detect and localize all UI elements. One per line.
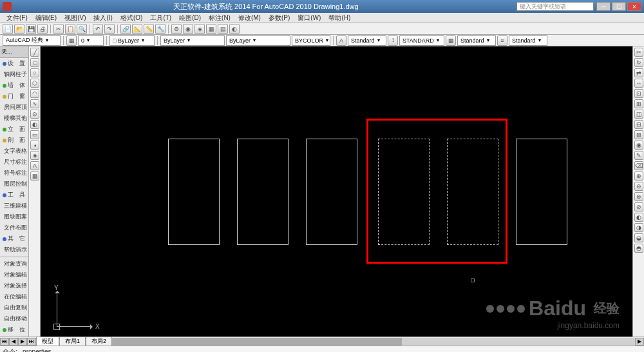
- toolbar-btn-2[interactable]: 💾: [26, 24, 36, 34]
- close-button[interactable]: ×: [627, 2, 641, 11]
- tab-first-button[interactable]: ⏮: [0, 338, 9, 346]
- modify-tool-11[interactable]: ⌫: [634, 161, 643, 170]
- draw-tool-9[interactable]: ⬧: [30, 141, 39, 150]
- modify-tool-8[interactable]: ⊠: [634, 130, 643, 139]
- menu-item-3[interactable]: 插入(I): [90, 14, 116, 23]
- menu-item-0[interactable]: 文件(F): [3, 14, 32, 23]
- layout-tab-0[interactable]: 模型: [36, 337, 59, 346]
- modify-tool-15[interactable]: ⊘: [634, 202, 643, 211]
- dimstyle-button[interactable]: ⟟: [388, 35, 398, 46]
- toolbar-btn-18[interactable]: ◐: [229, 24, 240, 34]
- modify-tool-9[interactable]: ◉: [634, 141, 643, 150]
- toolbar-btn-0[interactable]: 📄: [3, 24, 13, 34]
- menu-item-9[interactable]: 参数(P): [265, 14, 294, 23]
- panel-item-3[interactable]: 门 窗: [0, 91, 28, 102]
- draw-tool-1[interactable]: ◻: [30, 58, 39, 67]
- menu-item-8[interactable]: 修改(M): [234, 14, 265, 23]
- toolbar-btn-16[interactable]: ▦: [206, 24, 216, 34]
- color-dropdown[interactable]: □ ByLayer: [109, 35, 155, 46]
- linetype-dropdown[interactable]: ByLayer: [160, 35, 225, 46]
- menu-item-7[interactable]: 标注(N): [205, 14, 234, 23]
- panel-item-1[interactable]: 轴网柱子: [0, 69, 28, 80]
- panel-item2-2[interactable]: 对象选择: [0, 280, 28, 291]
- tab-next-button[interactable]: ▶: [18, 338, 27, 346]
- command-line[interactable]: 命令: _properties 命令: 指定对角点: *取消* 命令:: [0, 346, 644, 352]
- panel-item-7[interactable]: 剖 面: [0, 135, 28, 146]
- panel-item2-7[interactable]: 自由粘贴: [0, 335, 28, 337]
- modify-tool-16[interactable]: ◐: [634, 213, 643, 222]
- textstyle-button[interactable]: A: [336, 35, 346, 46]
- layout-tab-1[interactable]: 布局1: [59, 337, 86, 346]
- panel-item-6[interactable]: 立 面: [0, 124, 28, 135]
- panel-item-12[interactable]: 工 具: [0, 190, 28, 200]
- panel-item-2[interactable]: 墙 体: [0, 80, 28, 91]
- toolbar-btn-12[interactable]: 🔧: [155, 24, 166, 34]
- panel-item-16[interactable]: 其 它: [0, 233, 28, 244]
- workspace-dropdown[interactable]: AutoCAD 经典: [3, 35, 61, 46]
- menu-item-4[interactable]: 格式(O): [117, 14, 146, 23]
- minimize-button[interactable]: ─: [596, 2, 611, 11]
- modify-tool-10[interactable]: ✎: [634, 151, 643, 160]
- panel-item-13[interactable]: 三维建模: [0, 200, 28, 211]
- draw-tool-3[interactable]: ⬡: [30, 79, 39, 88]
- draw-tool-12[interactable]: ▦: [30, 171, 39, 181]
- menu-item-10[interactable]: 窗口(W): [294, 14, 325, 23]
- help-search-input[interactable]: 键入关键字或短语: [516, 2, 594, 11]
- panel-item-9[interactable]: 尺寸标注: [0, 157, 28, 168]
- panel-item-15[interactable]: 文件布图: [0, 222, 28, 233]
- modify-tool-0[interactable]: ✂: [634, 48, 643, 57]
- modify-tool-7[interactable]: ⊟: [634, 120, 643, 129]
- panel-item-14[interactable]: 图块图案: [0, 211, 28, 222]
- modify-tool-3[interactable]: ↔: [634, 79, 643, 88]
- draw-tool-6[interactable]: ⊙: [30, 110, 39, 119]
- toolbar-btn-13[interactable]: ⚙: [171, 24, 182, 34]
- draw-tool-5[interactable]: ∿: [30, 99, 39, 108]
- panel-item2-4[interactable]: 自由复制: [0, 302, 28, 313]
- modify-tool-5[interactable]: ⊞: [634, 99, 643, 108]
- layer-dropdown[interactable]: 0: [78, 35, 104, 46]
- mlstyle-button[interactable]: ≡: [497, 35, 507, 46]
- modify-tool-1[interactable]: ↻: [634, 58, 643, 67]
- toolbar-btn-3[interactable]: 🖨: [37, 24, 48, 34]
- tablestyle-button[interactable]: ▦: [446, 35, 456, 46]
- modify-tool-2[interactable]: ⇄: [634, 68, 643, 77]
- menu-item-11[interactable]: 帮助(H): [325, 14, 354, 23]
- draw-tool-0[interactable]: ╱: [30, 48, 39, 57]
- tab-last-button[interactable]: ⏭: [27, 338, 36, 346]
- toolbar-btn-5[interactable]: 📋: [65, 24, 75, 34]
- panel-item-8[interactable]: 文字表格: [0, 146, 28, 157]
- panel-item2-6[interactable]: 移 位: [0, 324, 28, 335]
- modify-tool-12[interactable]: ⊕: [634, 171, 643, 181]
- modify-tool-13[interactable]: ⊖: [634, 182, 643, 191]
- hscroll-right-button[interactable]: ▶: [635, 338, 644, 346]
- modify-tool-17[interactable]: ◑: [634, 223, 643, 232]
- toolbar-btn-10[interactable]: 📐: [132, 24, 142, 34]
- mlstyle-dropdown[interactable]: Standard: [509, 35, 547, 46]
- modify-tool-19[interactable]: ◓: [634, 244, 643, 253]
- panel-item-5[interactable]: 楼梯其他: [0, 113, 28, 124]
- modify-tool-14[interactable]: ⊗: [634, 192, 643, 201]
- lineweight-dropdown[interactable]: ByLayer: [226, 35, 290, 46]
- toolbar-btn-14[interactable]: ◉: [183, 24, 193, 34]
- hscroll-track[interactable]: [112, 338, 635, 346]
- tablestyle-dropdown[interactable]: Standard: [457, 35, 496, 46]
- tab-prev-button[interactable]: ◀: [9, 338, 18, 346]
- hscroll-thumb[interactable]: [112, 338, 402, 346]
- toolbar-btn-4[interactable]: ✂: [53, 24, 64, 34]
- panel-item-4[interactable]: 房间屋顶: [0, 102, 28, 113]
- menu-item-6[interactable]: 绘图(D): [175, 14, 205, 23]
- maximize-button[interactable]: ☐: [612, 2, 626, 11]
- plotstyle-dropdown[interactable]: BYCOLOR: [292, 35, 330, 46]
- panel-item2-5[interactable]: 自由移动: [0, 313, 28, 324]
- toolbar-btn-11[interactable]: 📏: [144, 24, 154, 34]
- draw-tool-7[interactable]: ◐: [30, 120, 39, 129]
- textstyle-dropdown[interactable]: Standard: [348, 35, 386, 46]
- menu-item-5[interactable]: 工具(T): [146, 14, 175, 23]
- draw-tool-2[interactable]: ○: [30, 68, 39, 77]
- panel-item2-1[interactable]: 对象编辑: [0, 269, 28, 280]
- toolbar-btn-17[interactable]: ▤: [218, 24, 228, 34]
- toolbar-btn-6[interactable]: 🔍: [77, 24, 87, 34]
- draw-tool-4[interactable]: ◠: [30, 89, 39, 98]
- draw-tool-8[interactable]: ▭: [30, 130, 39, 139]
- menu-item-2[interactable]: 视图(V): [61, 14, 90, 23]
